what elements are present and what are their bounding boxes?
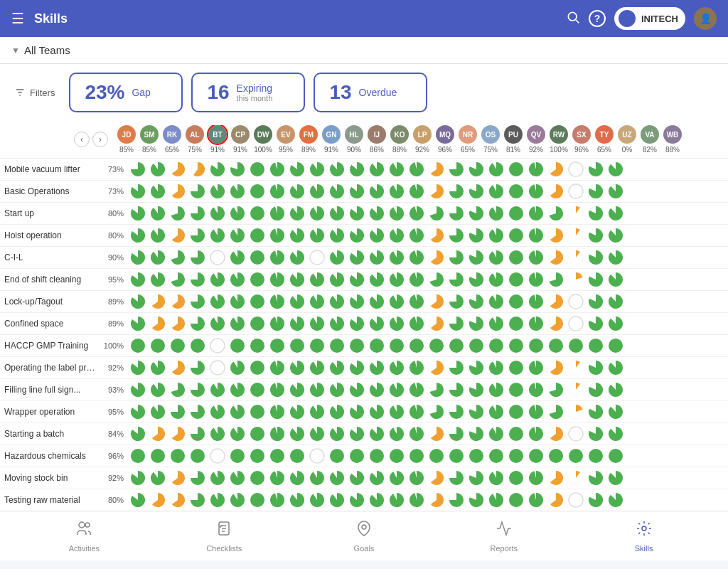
- list-item[interactable]: [269, 491, 286, 509]
- list-item[interactable]: [567, 491, 584, 509]
- avatar[interactable]: NR: [459, 125, 477, 144]
- list-item[interactable]: [428, 183, 445, 200]
- list-item[interactable]: [149, 359, 166, 376]
- list-item[interactable]: [528, 293, 545, 310]
- list-item[interactable]: [408, 227, 425, 244]
- avatar[interactable]: HL: [345, 125, 363, 144]
- list-item[interactable]: [129, 183, 146, 200]
- list-item[interactable]: [567, 403, 584, 420]
- list-item[interactable]: [269, 359, 286, 376]
- list-item[interactable]: [309, 337, 326, 354]
- list-item[interactable]: [428, 161, 445, 178]
- list-item[interactable]: [209, 469, 226, 486]
- list-item[interactable]: [408, 447, 425, 464]
- list-item[interactable]: [309, 227, 326, 244]
- avatar[interactable]: RW: [550, 125, 568, 144]
- list-item[interactable]: [428, 425, 445, 442]
- stat-card-overdue[interactable]: 13 Overdue: [314, 73, 427, 112]
- list-item[interactable]: [189, 359, 206, 376]
- list-item[interactable]: [587, 315, 604, 332]
- list-item[interactable]: [428, 491, 445, 509]
- list-item[interactable]: [468, 447, 485, 464]
- list-item[interactable]: [567, 271, 584, 288]
- list-item[interactable]: [289, 491, 306, 509]
- list-item[interactable]: [189, 271, 206, 288]
- list-item[interactable]: [169, 447, 186, 464]
- avatar[interactable]: FM: [299, 125, 318, 144]
- list-item[interactable]: [607, 469, 624, 486]
- list-item[interactable]: [547, 381, 564, 398]
- avatar[interactable]: LP: [413, 125, 432, 144]
- list-item[interactable]: [488, 403, 505, 420]
- list-item[interactable]: [209, 425, 226, 442]
- list-item[interactable]: [547, 227, 564, 244]
- list-item[interactable]: [209, 205, 226, 222]
- list-item[interactable]: [129, 293, 146, 310]
- list-item[interactable]: [508, 293, 525, 310]
- list-item[interactable]: [448, 359, 465, 376]
- list-item[interactable]: [388, 183, 405, 200]
- list-item[interactable]: [209, 403, 226, 420]
- list-item[interactable]: [348, 469, 365, 486]
- list-item[interactable]: [567, 315, 584, 332]
- list-item[interactable]: [488, 381, 505, 398]
- list-item[interactable]: [129, 359, 146, 376]
- list-item[interactable]: [468, 381, 485, 398]
- list-item[interactable]: [309, 315, 326, 332]
- list-item[interactable]: [547, 205, 564, 222]
- list-item[interactable]: [269, 293, 286, 310]
- avatar[interactable]: IJ: [368, 125, 386, 144]
- nav-item-reports[interactable]: Reports: [476, 520, 532, 553]
- list-item[interactable]: [348, 227, 365, 244]
- list-item[interactable]: [149, 403, 166, 420]
- list-item[interactable]: [508, 271, 525, 288]
- list-item[interactable]: [547, 469, 564, 486]
- list-item[interactable]: [249, 447, 266, 464]
- list-item[interactable]: [408, 205, 425, 222]
- list-item[interactable]: [328, 469, 346, 486]
- list-item[interactable]: [169, 161, 186, 178]
- list-item[interactable]: [368, 161, 385, 178]
- list-item[interactable]: [607, 425, 624, 442]
- list-item[interactable]: [229, 447, 246, 464]
- list-item[interactable]: [587, 337, 604, 354]
- list-item[interactable]: [328, 381, 346, 398]
- list-item[interactable]: [309, 425, 326, 442]
- list-item[interactable]: [567, 249, 584, 266]
- list-item[interactable]: [508, 425, 525, 442]
- list-item[interactable]: [567, 337, 584, 354]
- list-item[interactable]: [209, 315, 226, 332]
- list-item[interactable]: [368, 381, 385, 398]
- list-item[interactable]: [388, 161, 405, 178]
- avatar[interactable]: PU: [504, 125, 523, 144]
- avatar[interactable]: UZ: [618, 125, 636, 144]
- list-item[interactable]: [408, 315, 425, 332]
- list-item[interactable]: [328, 161, 346, 178]
- list-item[interactable]: [249, 469, 266, 486]
- list-item[interactable]: [508, 491, 525, 509]
- list-item[interactable]: [468, 161, 485, 178]
- list-item[interactable]: [309, 161, 326, 178]
- list-item[interactable]: [328, 337, 346, 354]
- list-item[interactable]: [408, 293, 425, 310]
- list-item[interactable]: [528, 491, 545, 509]
- list-item[interactable]: [488, 447, 505, 464]
- avatar[interactable]: TY: [595, 125, 614, 144]
- list-item[interactable]: [488, 359, 505, 376]
- list-item[interactable]: [488, 425, 505, 442]
- list-item[interactable]: [528, 183, 545, 200]
- list-item[interactable]: [249, 425, 266, 442]
- filter-button[interactable]: Filters: [14, 87, 55, 98]
- list-item[interactable]: [189, 425, 206, 442]
- list-item[interactable]: [587, 381, 604, 398]
- list-item[interactable]: [348, 183, 365, 200]
- avatar[interactable]: QV: [527, 125, 545, 144]
- list-item[interactable]: [547, 447, 564, 464]
- list-item[interactable]: [289, 293, 306, 310]
- list-item[interactable]: [587, 469, 604, 486]
- list-item[interactable]: [388, 359, 405, 376]
- list-item[interactable]: [428, 227, 445, 244]
- search-icon[interactable]: [566, 10, 580, 28]
- list-item[interactable]: [149, 227, 166, 244]
- list-item[interactable]: [428, 205, 445, 222]
